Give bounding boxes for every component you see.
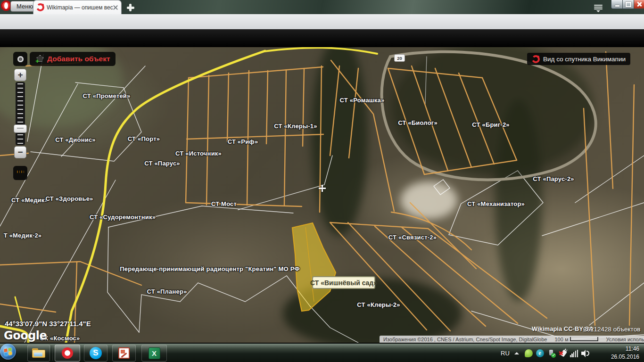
add-object-button[interactable]: + Добавить объект — [30, 52, 116, 66]
antivirus-tray-icon[interactable] — [525, 349, 533, 357]
tab-title: Wikimapia — опишем вес — [47, 4, 113, 11]
tab-favicon-wikimapia-icon — [36, 3, 44, 11]
google-logo: Google — [4, 329, 47, 342]
start-button[interactable] — [0, 344, 16, 360]
geolocation-icon — [17, 56, 24, 62]
scale-bar — [570, 337, 598, 341]
window-restore-button[interactable] — [622, 0, 635, 9]
check-icon: ✓ — [551, 353, 556, 358]
usb-safely-remove-icon[interactable]: ✓ — [547, 349, 555, 357]
browser-tab[interactable]: Wikimapia — опишем вес — [33, 0, 122, 14]
clock-date: 26.05.2016 — [611, 353, 639, 361]
zoom-in-button[interactable]: + — [14, 69, 26, 81]
tab-list-menu-icon[interactable] — [593, 4, 603, 11]
map-canvas[interactable]: СТ «Прометей»СТ «Дионис»СТ «Порт»СТ «Пар… — [0, 47, 644, 343]
imagery-attribution: Изображения ©2016 , CNES / Astrium, Cnes… — [380, 337, 551, 342]
show-hidden-icons-arrow[interactable] — [514, 350, 519, 354]
taskbar-skype-button[interactable]: S — [84, 345, 107, 362]
picture-manager-icon — [118, 347, 130, 359]
tab-close-icon[interactable] — [113, 5, 118, 10]
browser-tab-strip: Меню Wikimapia — опишем вес — [0, 0, 644, 14]
taskbar-picture-manager-button[interactable] — [112, 345, 136, 362]
window-minimize-button[interactable] — [611, 0, 623, 9]
map-center-crosshair-icon — [319, 185, 326, 192]
taskbar-opera-button[interactable] — [55, 345, 80, 362]
power-disconnected-icon[interactable] — [559, 349, 567, 357]
volume-icon[interactable] — [581, 349, 589, 357]
skype-icon: S — [90, 347, 102, 359]
taskbar-clock[interactable]: 11:46 26.05.2016 — [611, 345, 639, 361]
wikimapia-header: wikimapia Редактирование Категории Войти… — [0, 29, 644, 47]
objects-count: 26212428 объектов — [583, 326, 640, 333]
opera-menu-label: Меню — [17, 3, 33, 10]
add-object-label: Добавить объект — [47, 55, 110, 63]
system-tray: RU e ✓ 11:46 26.05.2016 — [501, 344, 644, 362]
add-polygon-icon: + — [35, 55, 43, 63]
taskbar-excel-button[interactable]: X — [141, 345, 167, 362]
folder-icon — [32, 348, 45, 358]
excel-letter: X — [152, 349, 157, 357]
opera-icon — [62, 347, 73, 359]
road-number: 20 — [397, 56, 402, 61]
road-number-badge: 20 — [394, 54, 405, 62]
windows-flag-icon — [4, 347, 12, 356]
browser-address-bar: ← → ↻ ♥ ABP ↓ — [0, 14, 644, 30]
scale-segment: 100 м — [551, 337, 602, 342]
measure-tool-button[interactable] — [13, 166, 27, 180]
windows-taskbar: S X RU e ✓ 11:46 26.05.2016 — [0, 343, 644, 362]
zoom-slider-handle[interactable] — [14, 124, 27, 133]
skype-letter: S — [93, 348, 98, 358]
map-attribution-bar: Изображения ©2016 , CNES / Astrium, Cnes… — [380, 336, 644, 343]
opera-menu-logo-icon[interactable] — [1, 0, 11, 11]
tooltip-text: СТ «Вишнёвый сад» — [310, 279, 377, 287]
language-indicator[interactable]: RU — [501, 350, 510, 357]
scale-label: 100 м — [554, 337, 568, 342]
plus-icon: + — [17, 70, 23, 80]
zoom-out-button[interactable]: − — [14, 146, 26, 158]
highlighted-object-polygon[interactable] — [292, 223, 336, 311]
terms-link[interactable]: Условия использования — [602, 337, 644, 342]
clock-time: 11:46 — [611, 345, 639, 353]
satellite-view-button[interactable]: Вид со спутника Викимапии — [527, 53, 630, 65]
new-tab-button[interactable] — [125, 3, 136, 12]
map-roads-layer — [0, 47, 644, 343]
taskbar-separator — [52, 346, 52, 361]
wikimapia-mini-logo-icon — [532, 55, 540, 63]
eset-letter: e — [539, 350, 541, 357]
satellite-view-label: Вид со спутника Викимапии — [543, 56, 626, 63]
geolocation-button[interactable] — [13, 52, 27, 66]
coordinates-readout: 44°33'07.9"N 33°27'11.4"E — [5, 320, 91, 328]
network-signal-icon[interactable] — [570, 349, 578, 357]
ruler-icon — [16, 171, 25, 176]
minus-icon: − — [17, 147, 23, 157]
window-close-button[interactable] — [634, 0, 644, 9]
object-tooltip: СТ «Вишнёвый сад» — [312, 276, 375, 289]
excel-icon: X — [149, 347, 160, 359]
eset-tray-icon[interactable]: e — [536, 349, 544, 357]
zoom-slider-track[interactable] — [16, 82, 25, 145]
taskbar-explorer-button[interactable] — [27, 345, 50, 362]
